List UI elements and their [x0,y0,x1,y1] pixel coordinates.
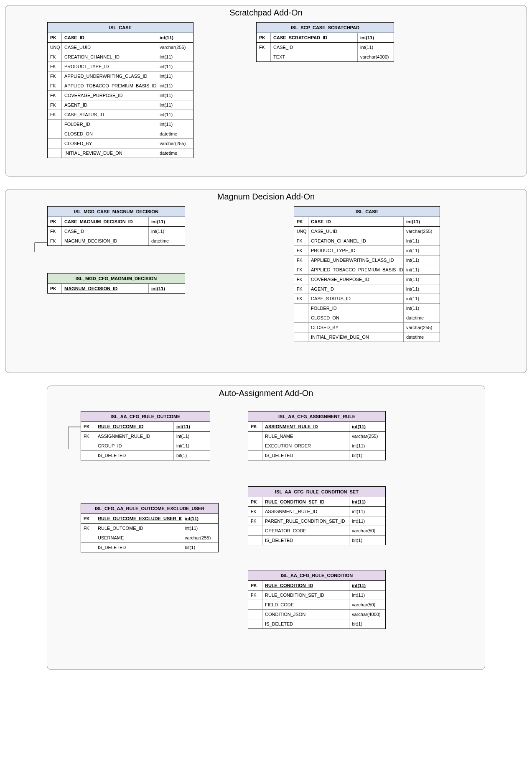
column-name: CASE_ID [271,43,358,52]
column-name: IS_DELETED [95,451,174,460]
panel-body: ISL_AA_CFG_RULE_OUTCOMEPKRULE_OUTCOME_ID… [47,386,485,670]
column-type: int(11) [157,110,193,119]
key-indicator: FK [294,294,308,303]
table-row: IS_DELETEDbit(1) [81,543,218,552]
column-type: int(11) [182,514,218,523]
panel-body: ISL_MGD_CASE_MAGNUM_DECISIONPKCASE_MAGNU… [5,189,527,373]
key-indicator [294,332,308,342]
entity-title: ISL_CASE [294,207,440,217]
column-type: varchar(4000) [349,610,385,619]
entity-title: ISL_AA_CFG_ASSIGNMENT_RULE [248,411,385,422]
key-indicator [257,52,271,61]
table-row: FKCREATION_CHANNEL_IDint(11) [294,236,440,246]
column-name: PRODUCT_TYPE_ID [62,62,157,71]
table-row: USERNAMEvarchar(255) [81,533,218,543]
column-name: CASE_ID [62,227,149,236]
table-row: PKMAGNUM_DECISION_IDint(11) [48,284,185,293]
key-indicator: FK [81,432,95,441]
table-row: EXECUTION_ORDERint(11) [248,441,385,451]
column-name: CASE_SCRATCHPAD_ID [271,33,358,42]
column-name: IS_DELETED [95,543,182,552]
auto-panel: Auto-Assignment Add-OnISL_AA_CFG_RULE_OU… [47,386,485,670]
column-name: CLOSED_ON [308,313,404,322]
column-name: OPERATOR_CODE [262,526,349,535]
column-name: APPLIED_UNDERWRITING_CLASS_ID [62,72,157,81]
entity-title: ISL_CFG_AA_RULE_OUTCOME_EXCLUDE_USER [81,503,218,514]
column-type: int(11) [404,275,440,284]
key-indicator: PK [81,422,95,431]
entity-m-case: ISL_CASEPKCASE_IDint(11)UNQCASE_UUIDvarc… [294,206,440,342]
entity-title: ISL_AA_CFG_RULE_CONDITION_SET [248,487,385,497]
column-name: CASE_STATUS_ID [62,110,157,119]
table-row: FKPRODUCT_TYPE_IDint(11) [48,62,193,72]
key-indicator: FK [294,256,308,265]
column-name: IS_DELETED [262,619,349,629]
key-indicator [248,451,262,460]
column-type: bit(1) [182,543,218,552]
table-row: FOLDER_IDint(11) [48,120,193,129]
column-type: int(11) [404,265,440,274]
column-name: CASE_ID [308,217,404,226]
column-type: varchar(255) [404,323,440,332]
column-name: USERNAME [95,533,182,542]
column-type: int(11) [157,100,193,110]
table-row: CLOSED_ONdatetime [294,313,440,323]
key-indicator: PK [248,422,262,431]
column-name: CASE_UUID [62,43,157,52]
column-type: int(11) [404,236,440,245]
column-type: datetime [157,129,193,138]
column-name: CREATION_CHANNEL_ID [62,52,157,61]
key-indicator: FK [248,516,262,526]
table-row: FKCASE_IDint(11) [48,227,185,236]
table-row: FKAPPLIED_UNDERWRITING_CLASS_IDint(11) [48,72,193,81]
column-type: int(11) [157,33,193,42]
column-type: int(11) [157,52,193,61]
column-type: int(11) [349,441,385,450]
table-row: TEXTvarchar(4000) [257,52,394,61]
column-name: MAGNUM_DECISION_ID [62,236,149,245]
key-indicator: FK [48,72,62,81]
column-type: datetime [157,148,193,158]
table-row: CLOSED_ONdatetime [48,129,193,139]
table-row: PKRULE_CONDITION_SET_IDint(11) [248,497,385,507]
table-row: IS_DELETEDbit(1) [248,451,385,460]
column-type: int(11) [404,304,440,313]
key-indicator [248,619,262,629]
table-row: CONDITION_JSONvarchar(4000) [248,610,385,619]
entity-a-outcome: ISL_AA_CFG_RULE_OUTCOMEPKRULE_OUTCOME_ID… [81,411,210,460]
column-name: ASSIGNMENT_RULE_ID [95,432,174,441]
table-row: PKCASE_SCRATCHPAD_IDint(11) [257,33,394,43]
column-type: int(11) [174,441,210,450]
key-indicator [248,536,262,545]
column-type: int(11) [149,284,185,293]
table-row: PKRULE_CONDITION_IDint(11) [248,581,385,590]
column-type: int(11) [149,217,185,226]
key-indicator: FK [48,62,62,71]
column-name: CREATION_CHANNEL_ID [308,236,404,245]
column-type: bit(1) [174,451,210,460]
column-type: datetime [404,313,440,322]
column-name: RULE_NAME [262,432,349,441]
table-row: FKAGENT_IDint(11) [48,100,193,110]
key-indicator: PK [81,514,95,523]
table-row: PKRULE_OUTCOME_IDint(11) [81,422,210,432]
table-row: INITIAL_REVIEW_DUE_ONdatetime [294,332,440,342]
panel-body: ISL_CASEPKCASE_IDint(11)UNQCASE_UUIDvarc… [5,5,527,177]
table-row: FKRULE_OUTCOME_IDint(11) [81,524,218,533]
column-name: CLOSED_ON [62,129,157,138]
column-name: RULE_CONDITION_ID [262,581,349,590]
column-type: varchar(4000) [358,52,394,61]
column-name: ASSIGNMENT_RULE_ID [262,507,349,516]
entity-a-exclude: ISL_CFG_AA_RULE_OUTCOME_EXCLUDE_USERPKRU… [81,503,219,552]
table-row: FKCOVERAGE_PURPOSE_IDint(11) [294,275,440,284]
table-row: RULE_NAMEvarchar(255) [248,432,385,441]
key-indicator: PK [294,217,308,226]
table-row: FKPARENT_RULE_CONDITION_SET_IDint(11) [248,516,385,526]
key-indicator: FK [48,227,62,236]
column-type: int(11) [404,217,440,226]
table-row: FIELD_CODEvarchar(50) [248,600,385,610]
key-indicator: FK [48,52,62,61]
entity-a-cset: ISL_AA_CFG_RULE_CONDITION_SETPKRULE_COND… [248,486,386,545]
column-type: varchar(255) [157,139,193,148]
key-indicator: PK [48,284,62,293]
